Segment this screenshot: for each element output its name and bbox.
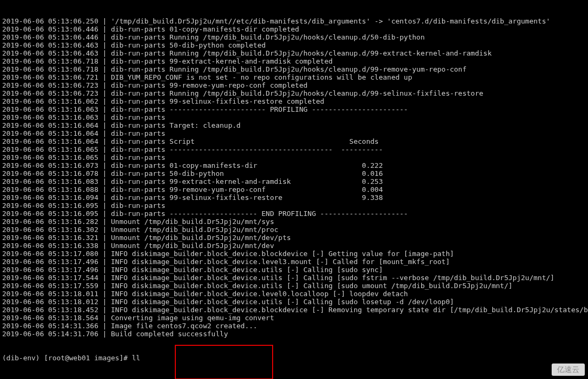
log-line: 2019-06-06 05:13:06.718 | dib-run-parts … — [2, 65, 586, 73]
log-line: 2019-06-06 05:13:18.564 | Converting ima… — [2, 314, 586, 322]
log-line: 2019-06-06 05:13:18.012 | INFO diskimage… — [2, 298, 586, 306]
log-line: 2019-06-06 05:13:06.446 | dib-run-parts … — [2, 33, 586, 41]
log-line: 2019-06-06 05:13:16.338 | Unmount /tmp/d… — [2, 242, 586, 250]
log-line: 2019-06-06 05:13:16.321 | Unmount /tmp/d… — [2, 234, 586, 242]
terminal[interactable]: 2019-06-06 05:13:06.250 | '/tmp/dib_buil… — [0, 0, 588, 379]
shell-prompt: (dib-env) [root@web01 images]# — [2, 354, 132, 362]
log-line: 2019-06-06 05:13:06.463 | dib-run-parts … — [2, 41, 586, 49]
log-line: 2019-06-06 05:13:16.065 | dib-run-parts — [2, 153, 586, 161]
log-line: 2019-06-06 05:13:17.080 | INFO diskimage… — [2, 250, 586, 258]
log-line: 2019-06-06 05:13:16.078 | dib-run-parts … — [2, 169, 586, 177]
watermark-badge: 亿速云 — [552, 363, 585, 376]
log-line: 2019-06-06 05:13:16.063 | dib-run-parts — [2, 113, 586, 121]
log-line: 2019-06-06 05:13:16.088 | dib-run-parts … — [2, 185, 586, 194]
log-line: 2019-06-06 05:13:17.559 | INFO diskimage… — [2, 282, 586, 290]
log-line: 2019-06-06 05:13:16.064 | dib-run-parts … — [2, 137, 586, 145]
log-line: 2019-06-06 05:13:16.083 | dib-run-parts … — [2, 177, 586, 185]
log-line: 2019-06-06 05:13:16.065 | dib-run-parts … — [2, 145, 586, 153]
log-line: 2019-06-06 05:13:16.064 | dib-run-parts — [2, 129, 586, 137]
log-line: 2019-06-06 05:13:06.718 | dib-run-parts … — [2, 57, 586, 65]
log-line: 2019-06-06 05:13:16.282 | Unmount /tmp/d… — [2, 218, 586, 226]
log-line: 2019-06-06 05:13:16.064 | dib-run-parts … — [2, 121, 586, 129]
log-line: 2019-06-06 05:13:06.250 | '/tmp/dib_buil… — [2, 17, 586, 25]
log-line: 2019-06-06 05:13:16.095 | dib-run-parts … — [2, 210, 586, 218]
log-line: 2019-06-06 05:13:16.302 | Unmount /tmp/d… — [2, 226, 586, 234]
log-line: 2019-06-06 05:13:17.496 | INFO diskimage… — [2, 258, 586, 266]
log-line: 2019-06-06 05:14:31.706 | Build complete… — [2, 330, 586, 338]
log-line: 2019-06-06 05:13:17.544 | INFO diskimage… — [2, 274, 586, 282]
log-line: 2019-06-06 05:13:18.011 | INFO diskimage… — [2, 290, 586, 298]
log-line: 2019-06-06 05:13:06.723 | dib-run-parts … — [2, 89, 586, 97]
log-line: 2019-06-06 05:13:16.063 | dib-run-parts … — [2, 105, 586, 113]
prompt-line: (dib-env) [root@web01 images]# ll — [2, 354, 586, 362]
log-line: 2019-06-06 05:13:18.452 | INFO diskimage… — [2, 306, 586, 314]
log-line: 2019-06-06 05:13:16.094 | dib-run-parts … — [2, 194, 586, 202]
log-line: 2019-06-06 05:13:06.721 | DIB_YUM_REPO_C… — [2, 73, 586, 81]
log-line: 2019-06-06 05:13:06.446 | dib-run-parts … — [2, 25, 586, 33]
log-line: 2019-06-06 05:13:06.463 | dib-run-parts … — [2, 49, 586, 57]
log-line: 2019-06-06 05:13:16.095 | dib-run-parts — [2, 202, 586, 210]
log-output: 2019-06-06 05:13:06.250 | '/tmp/dib_buil… — [2, 17, 586, 338]
command: ll — [132, 354, 141, 362]
log-line: 2019-06-06 05:13:17.496 | INFO diskimage… — [2, 266, 586, 274]
log-line: 2019-06-06 05:13:06.723 | dib-run-parts … — [2, 81, 586, 89]
log-line: 2019-06-06 05:13:16.073 | dib-run-parts … — [2, 161, 586, 169]
log-line: 2019-06-06 05:13:16.062 | dib-run-parts … — [2, 97, 586, 105]
log-line: 2019-06-06 05:14:31.366 | Image file cen… — [2, 322, 586, 330]
